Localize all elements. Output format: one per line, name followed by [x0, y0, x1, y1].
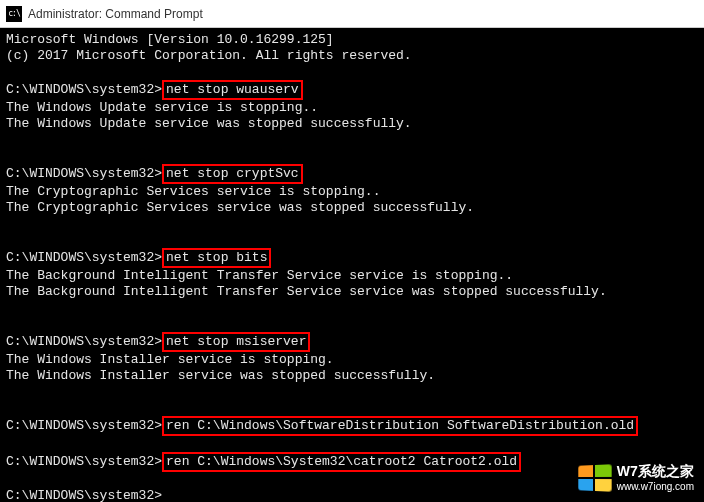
command-highlight: net stop bits [162, 248, 271, 268]
output-line: The Windows Installer service was stoppe… [6, 368, 698, 384]
prompt: C:\WINDOWS\system32> [6, 334, 162, 349]
blank-line [6, 300, 698, 316]
prompt: C:\WINDOWS\system32> [6, 418, 162, 433]
command-line-0: C:\WINDOWS\system32>net stop wuauserv [6, 80, 698, 100]
output-line: The Windows Update service is stopping.. [6, 100, 698, 116]
command-line-4: C:\WINDOWS\system32>ren C:\Windows\Softw… [6, 416, 698, 436]
blank-line [6, 400, 698, 416]
terminal-viewport[interactable]: Microsoft Windows [Version 10.0.16299.12… [0, 28, 704, 502]
blank-line [6, 384, 698, 400]
blank-line [6, 148, 698, 164]
prompt: C:\WINDOWS\system32> [6, 250, 162, 265]
cmd-icon-glyph: c:\ [8, 9, 19, 18]
output-line: The Background Intelligent Transfer Serv… [6, 268, 698, 284]
version-line: Microsoft Windows [Version 10.0.16299.12… [6, 32, 698, 48]
prompt: C:\WINDOWS\system32> [6, 166, 162, 181]
output-line: The Windows Installer service is stoppin… [6, 352, 698, 368]
windows-flag-icon [578, 464, 611, 492]
prompt: C:\WINDOWS\system32> [6, 488, 162, 502]
cmd-icon: c:\ [6, 6, 22, 22]
watermark-sub: www.w7iong.com [617, 481, 694, 492]
blank-line [6, 64, 698, 80]
command-line-1: C:\WINDOWS\system32>net stop cryptSvc [6, 164, 698, 184]
blank-line [6, 232, 698, 248]
output-line: The Cryptographic Services service is st… [6, 184, 698, 200]
watermark-text: W7系统之家 [617, 463, 694, 481]
prompt: C:\WINDOWS\system32> [6, 454, 162, 469]
command-highlight: ren C:\Windows\System32\catroot2 Catroot… [162, 452, 521, 472]
command-highlight: net stop wuauserv [162, 80, 303, 100]
command-highlight: net stop msiserver [162, 332, 310, 352]
output-line: The Background Intelligent Transfer Serv… [6, 284, 698, 300]
command-highlight: net stop cryptSvc [162, 164, 303, 184]
command-line-3: C:\WINDOWS\system32>net stop msiserver [6, 332, 698, 352]
blank-line [6, 436, 698, 452]
blank-line [6, 132, 698, 148]
window-title: Administrator: Command Prompt [28, 7, 203, 21]
prompt: C:\WINDOWS\system32> [6, 82, 162, 97]
blank-line [6, 216, 698, 232]
watermark: W7系统之家 www.w7iong.com [577, 463, 694, 492]
output-line: The Windows Update service was stopped s… [6, 116, 698, 132]
copyright-line: (c) 2017 Microsoft Corporation. All righ… [6, 48, 698, 64]
window-titlebar[interactable]: c:\ Administrator: Command Prompt [0, 0, 704, 28]
command-highlight: ren C:\Windows\SoftwareDistribution Soft… [162, 416, 638, 436]
blank-line [6, 316, 698, 332]
command-line-2: C:\WINDOWS\system32>net stop bits [6, 248, 698, 268]
output-line: The Cryptographic Services service was s… [6, 200, 698, 216]
